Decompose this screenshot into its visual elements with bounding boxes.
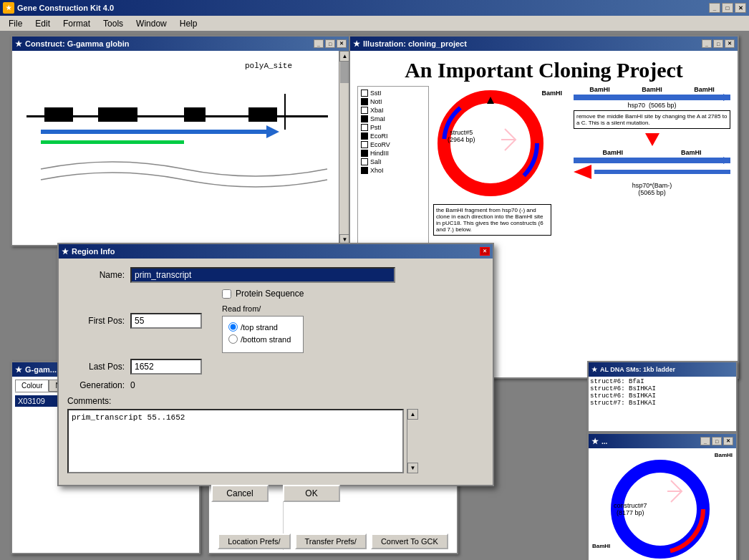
dna-block-4 <box>248 107 277 122</box>
ggamma-title: G-gam... <box>25 365 57 374</box>
plasmid-maximize[interactable]: □ <box>712 437 722 445</box>
menu-tools[interactable]: Tools <box>97 17 129 30</box>
construct-title: Construct: G-gamma globin <box>25 39 129 48</box>
al-dna-content: struct#6: BfaI struct#6: BsIHKAI struct#… <box>589 377 736 431</box>
convert-gck-btn[interactable]: Convert To GCK <box>371 534 448 549</box>
construct-scrollbar[interactable]: ▲ ▼ <box>339 51 349 245</box>
arrow-head <box>266 125 279 138</box>
plasmid-window: ★ ... _ □ ✕ BamHI <box>587 433 738 560</box>
last-pos-input[interactable] <box>130 359 202 375</box>
dialog-title-bar: ★ Region Info ✕ <box>59 244 493 259</box>
tab-colour[interactable]: Colour <box>15 380 49 392</box>
scroll-up[interactable]: ▲ <box>339 51 349 62</box>
circular-plasmid <box>433 86 548 201</box>
menu-bar: File Edit Format Tools Window Help <box>0 16 749 32</box>
construct-title-bar: ★ Construct: G-gamma globin _ □ ✕ <box>12 37 349 51</box>
construct-maximize[interactable]: □ <box>325 39 335 48</box>
fragment-box: the BamHI fragment from hsp70 (-) and cl… <box>433 204 551 236</box>
al-item-4: struct#7: BsIHKAI <box>590 400 735 407</box>
close-btn[interactable]: ✕ <box>735 3 746 13</box>
comments-section: Comments: ▲ ▼ <box>67 396 484 473</box>
comments-scroll-down[interactable]: ▼ <box>407 463 418 473</box>
al-dna-title: AL DNA SMs: 1kb ladder <box>600 366 675 373</box>
comments-scroll-track <box>407 420 417 463</box>
plasmid-title: ... <box>601 438 607 445</box>
bamhi-labels-top: BamHI BamHI BamHI <box>574 86 730 93</box>
menu-edit[interactable]: Edit <box>29 17 56 30</box>
read-from-label: Read from/ <box>222 304 304 313</box>
plasmid-title-bar: ★ ... _ □ ✕ <box>589 434 736 448</box>
plasmid-close[interactable]: ✕ <box>723 437 733 445</box>
comments-label: Comments: <box>67 396 484 406</box>
ok-button[interactable]: OK <box>283 485 340 502</box>
menu-file[interactable]: File <box>3 17 28 30</box>
illus-maximize[interactable]: □ <box>713 39 723 48</box>
bamhi-circle-label: BamHI <box>541 90 562 97</box>
hsp70-bam-label: hsp70*(Bam-) (5065 bp) <box>574 182 730 196</box>
construct-content: polyA_site <box>12 51 349 245</box>
illustration-title-bar: ★ Illustration: cloning_project _ □ ✕ <box>350 37 738 51</box>
generation-label: Generation: <box>67 380 125 390</box>
illustration-title: Illustration: cloning_project <box>363 39 467 48</box>
left-arrow <box>574 165 730 179</box>
menu-format[interactable]: Format <box>57 17 96 30</box>
dna-block-1 <box>44 107 73 122</box>
dna-visual: polyA_site <box>12 51 349 216</box>
transfer-prefs-btn[interactable]: Transfer Prefs/ <box>295 534 367 549</box>
construct7-label: construct#7 (8177 bp) <box>614 502 647 516</box>
menu-help[interactable]: Help <box>174 17 203 30</box>
protein-seq-checkbox[interactable] <box>222 289 231 299</box>
app-icon: ★ <box>3 2 14 14</box>
illustration-main-title: An Important Cloning Project <box>357 58 730 82</box>
generation-value: 0 <box>130 380 135 390</box>
protein-seq-label: Protein Sequence <box>236 289 304 299</box>
top-strand-radio[interactable] <box>228 322 238 332</box>
cancel-button[interactable]: Cancel <box>211 485 269 502</box>
minimize-btn[interactable]: _ <box>709 3 720 13</box>
first-pos-input[interactable] <box>130 313 202 329</box>
top-strand-label: /top strand <box>241 323 278 332</box>
al-dna-window: ★ AL DNA SMs: 1kb ladder struct#6: BfaI … <box>587 361 738 433</box>
protein-seq-section: Protein Sequence Read from/ /top strand … <box>222 289 304 353</box>
last-pos-row: Last Pos: <box>67 359 484 375</box>
illustration-icon: ★ <box>353 39 360 49</box>
construct-close[interactable]: ✕ <box>337 39 347 48</box>
maximize-btn[interactable]: □ <box>722 3 733 13</box>
dialog-icon: ★ <box>62 247 69 256</box>
region-info-dialog: ★ Region Info ✕ Name: First Pos: Prote <box>57 243 494 486</box>
dialog-title-text: Region Info <box>72 247 115 256</box>
construct-controls: _ □ ✕ <box>314 39 347 48</box>
top-strand-row: /top strand <box>228 322 297 332</box>
illus-minimize[interactable]: _ <box>702 39 712 48</box>
down-arrow-1 <box>574 133 730 146</box>
construct-minimize[interactable]: _ <box>314 39 324 48</box>
workspace: ★ Construct: G-gamma globin _ □ ✕ polyA_… <box>0 32 749 560</box>
menu-window[interactable]: Window <box>130 17 173 30</box>
dna-text-buttons: Location Prefs/ Transfer Prefs/ Convert … <box>209 534 457 549</box>
al-dna-icon: ★ <box>591 366 597 373</box>
hsp70-line <box>574 95 730 100</box>
blue-line <box>41 130 270 134</box>
illus-right: BamHI BamHI BamHI hsp70 (5065 bp) rem <box>566 86 730 358</box>
green-line <box>41 140 184 144</box>
bottom-strand-row: /bottom strand <box>228 334 297 344</box>
comments-textarea[interactable] <box>67 409 404 473</box>
bamhi-plasmid-top: BamHI <box>715 452 733 458</box>
tick-1 <box>284 94 286 130</box>
al-item-3: struct#6: BsIHKAI <box>590 392 735 400</box>
name-input[interactable] <box>130 267 395 283</box>
illus-close[interactable]: ✕ <box>725 39 735 48</box>
al-item-1: struct#6: BfaI <box>590 378 735 385</box>
dialog-buttons: Cancel OK <box>67 485 484 502</box>
bottom-strand-radio[interactable] <box>228 334 238 344</box>
dna-curves <box>26 155 334 212</box>
plasmid-minimize[interactable]: _ <box>700 437 710 445</box>
polya-site-label: polyA_site <box>245 62 292 70</box>
al-item-2: struct#6: BsIHKAI <box>590 385 735 392</box>
location-prefs-btn[interactable]: Location Prefs/ <box>218 534 290 549</box>
comments-scrollbar[interactable]: ▲ ▼ <box>407 409 417 473</box>
dialog-close-btn[interactable]: ✕ <box>480 247 490 256</box>
comments-scroll-up[interactable]: ▲ <box>407 409 418 420</box>
dialog-controls: ✕ <box>480 247 490 256</box>
name-label: Name: <box>67 270 125 280</box>
